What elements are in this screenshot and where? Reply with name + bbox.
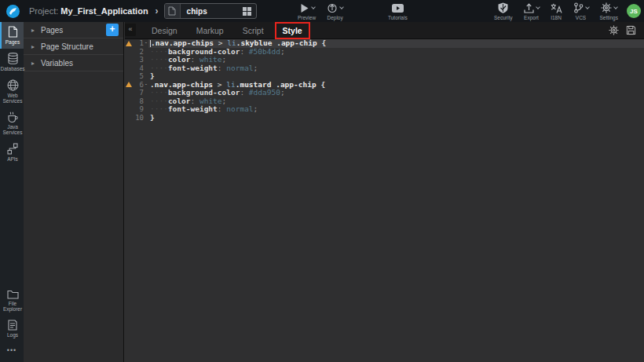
workspace-tabbar: DesignMarkupScriptStyle (125, 22, 644, 39)
play-icon (299, 3, 309, 13)
caret-down-icon (585, 5, 590, 9)
workspace: « DesignMarkupScriptStyle 1-.nav.app-chi… (125, 22, 644, 362)
code-line-10[interactable]: 10} (125, 114, 644, 122)
sidebar-item-file-explorer[interactable]: FileExplorer (0, 286, 24, 316)
caret-down-icon (311, 5, 316, 9)
project-label: Project: (29, 6, 58, 16)
caret-right-icon: ▸ (31, 27, 35, 34)
gutter[interactable]: 5 (125, 72, 148, 81)
vcs-button[interactable]: VCS (573, 2, 589, 20)
gutter[interactable]: 2 (125, 48, 148, 57)
warning-icon (126, 41, 132, 46)
breadcrumb-chevron-icon: › (156, 5, 159, 16)
tab-design[interactable]: Design (145, 24, 184, 38)
panel-section-variables[interactable]: ▸Variables (24, 55, 123, 71)
sidebar-more-button[interactable]: ••• (0, 342, 24, 362)
caret-right-icon: ▸ (31, 43, 35, 50)
caret-right-icon: ▸ (31, 60, 35, 67)
sidebar-item-java-services[interactable]: JavaServices (0, 108, 24, 139)
page-tab-chips[interactable]: chips (164, 3, 257, 19)
sidebar-item-pages[interactable]: Pages (0, 22, 24, 49)
panel-collapse-button[interactable]: « (125, 24, 136, 36)
pages-icon (8, 26, 18, 38)
user-avatar[interactable]: JS (627, 4, 641, 18)
security-label: Security (494, 15, 512, 20)
topbar-right-actions: SecurityExportI18NVCSSettings (488, 0, 624, 22)
branch-icon (573, 2, 584, 13)
gutter[interactable]: 9 (125, 105, 148, 114)
add-page-button[interactable]: + (106, 24, 119, 36)
api-icon (7, 143, 18, 155)
tab-style[interactable]: Style (276, 24, 309, 38)
wavemaker-logo-icon (6, 5, 20, 18)
editor-settings-gear-icon[interactable] (609, 25, 619, 35)
coffee-icon (7, 112, 19, 122)
save-icon[interactable] (626, 25, 636, 35)
video-icon (392, 4, 404, 13)
page-tab-name: chips (181, 7, 243, 16)
sidebar-item-web-services[interactable]: WebServices (0, 75, 24, 108)
logs-icon (8, 320, 17, 331)
shield-icon (498, 2, 508, 13)
i18n-label: I18N (551, 15, 562, 20)
gutter[interactable]: 3 (125, 56, 148, 64)
gutter[interactable]: 1- (125, 39, 148, 48)
gear-icon (601, 2, 612, 13)
globe-icon (7, 79, 19, 91)
sidebar-item-logs[interactable]: Logs (0, 316, 24, 342)
panel-section-page-structure[interactable]: ▸Page Structure (24, 38, 123, 55)
code-line-4[interactable]: 4····font-weight: normal; (125, 64, 644, 73)
panel-section-pages[interactable]: ▸Pages+ (24, 22, 123, 38)
project-breadcrumb: Project: My_First_Application (29, 6, 148, 16)
deploy-icon (327, 2, 338, 13)
css-code-editor[interactable]: 1-.nav.app-chips > li.skyblue .app-chip … (125, 39, 644, 362)
page-file-icon (165, 4, 181, 18)
sidebar-spacer (0, 166, 24, 286)
warning-icon (126, 82, 132, 87)
security-button[interactable]: Security (494, 2, 512, 20)
tutorials-button[interactable]: Tutorials (388, 2, 408, 20)
caret-down-icon (536, 5, 540, 9)
export-label: Export (524, 15, 539, 20)
preview-label: Preview (298, 15, 316, 20)
export-button[interactable]: Export (524, 2, 540, 20)
gutter[interactable]: 10 (125, 114, 148, 122)
pages-panel: ▸Pages+▸Page Structure▸Variables (24, 22, 124, 362)
deploy-button[interactable]: Deploy (327, 2, 343, 20)
topbar-left-actions: PreviewDeploy (292, 0, 349, 22)
tab-markup[interactable]: Markup (190, 24, 230, 38)
gutter[interactable]: 6- (125, 81, 148, 90)
gutter[interactable]: 7 (125, 89, 148, 97)
vcs-label: VCS (576, 15, 586, 20)
caret-down-icon (613, 5, 618, 9)
ide-window: Project: My_First_Application › chips Pr… (0, 0, 644, 362)
tab-script[interactable]: Script (236, 24, 270, 38)
gutter[interactable]: 4 (125, 64, 148, 73)
caret-down-icon (339, 5, 344, 9)
database-icon (8, 53, 18, 64)
settings-label: Settings (600, 15, 619, 20)
folder-icon (7, 290, 19, 299)
export-icon (524, 3, 534, 13)
deploy-label: Deploy (327, 15, 343, 20)
left-sidebar: PagesDatabasesWebServicesJavaServicesAPI… (0, 22, 24, 362)
topbar-mid-actions: Tutorials (382, 0, 413, 22)
project-name: My_First_Application (60, 6, 148, 16)
gutter[interactable]: 8 (125, 97, 148, 106)
sidebar-item-databases[interactable]: Databases (0, 49, 24, 75)
grid-icon[interactable] (243, 7, 251, 16)
settings-button[interactable]: Settings (600, 2, 619, 20)
translate-icon (551, 3, 562, 13)
preview-button[interactable]: Preview (298, 2, 316, 20)
i18n-button[interactable]: I18N (551, 2, 562, 20)
tutorials-label: Tutorials (388, 15, 408, 20)
topbar: Project: My_First_Application › chips Pr… (0, 0, 644, 22)
code-line-9[interactable]: 9····font-weight: normal; (125, 105, 644, 114)
sidebar-item-apis[interactable]: APIs (0, 139, 24, 166)
